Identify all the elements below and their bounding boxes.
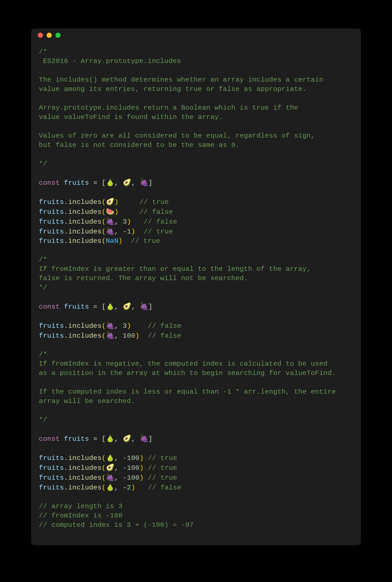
func-includes: includes [68,228,101,236]
comma: , [114,179,123,187]
bracket-open: [ [101,303,106,311]
paren-open: ( [101,484,106,492]
comma: , [114,332,123,340]
inline-comment: // false [148,332,181,340]
dot: . [64,198,68,206]
inline-comment: // true [148,464,177,472]
comma: , [114,464,123,472]
comma: , [114,484,123,492]
identifier-fruits: fruits [39,218,64,226]
identifier-fruits: fruits [39,198,64,206]
inline-comment: // false [144,218,177,226]
identifier-fruits: fruits [39,228,64,236]
func-includes: includes [68,484,101,492]
number-literal: -100 [123,464,140,472]
inline-comment: // true [140,198,169,206]
comma: , [131,435,140,443]
emoji-avocado: 🥑 [106,463,114,471]
inline-comment: // true [148,454,177,462]
paren-close: ) [118,237,122,245]
emoji-grapes: 🍇 [106,217,114,225]
paren-open: ( [101,208,106,216]
paren-close: ) [127,322,131,330]
identifier-fruits: fruits [64,435,89,443]
func-includes: includes [68,218,101,226]
func-includes: includes [68,208,101,216]
traffic-close-icon[interactable] [38,33,43,38]
comma: , [114,218,123,226]
bracket-close: ] [148,435,153,443]
code-window: /* ES2016 - Array.prototype.includes The… [31,29,361,545]
inline-comment: // true [144,228,173,236]
keyword-const: const [39,303,60,311]
bracket-open: [ [101,179,106,187]
emoji-grapes: 🍇 [140,178,148,186]
identifier-fruits: fruits [39,454,64,462]
block-comment: /* If fromIndex is greater than or equal… [39,256,311,292]
equals: = [89,303,101,311]
bracket-close: ] [148,303,153,311]
paren-close: ) [131,228,135,236]
inline-comment: // false [140,208,173,216]
emoji-pear: 🍐 [106,302,114,310]
comma: , [114,322,123,330]
dot: . [64,484,68,492]
comma: , [114,435,123,443]
emoji-avocado: 🥑 [123,178,131,186]
traffic-zoom-icon[interactable] [55,33,61,38]
dot: . [64,322,68,330]
paren-close: ) [135,332,140,340]
paren-open: ( [101,228,106,236]
traffic-minimize-icon[interactable] [47,33,52,38]
number-literal: -1 [123,228,131,236]
emoji-pear: 🍐 [106,483,114,491]
paren-close: ) [114,208,119,216]
identifier-fruits: fruits [39,237,64,245]
identifier-fruits: fruits [39,208,64,216]
comma: , [114,303,123,311]
emoji-grapes: 🍇 [106,331,114,339]
identifier-fruits: fruits [39,474,64,482]
dot: . [64,464,68,472]
paren-close: ) [140,474,144,482]
block-comment: /* If fromIndex is negative, the compute… [39,351,336,424]
dot: . [64,454,68,462]
emoji-avocado: 🥑 [106,197,114,205]
inline-comment: // false [148,322,181,330]
paren-open: ( [101,454,106,462]
func-includes: includes [68,474,101,482]
func-includes: includes [68,464,101,472]
comma: , [114,474,123,482]
emoji-grapes: 🍇 [106,321,114,329]
emoji-pear: 🍐 [106,434,114,442]
identifier-fruits: fruits [39,322,64,330]
comma: , [114,228,123,236]
comma: , [114,454,123,462]
dot: . [64,474,68,482]
emoji-watermelon: 🍉 [106,207,114,215]
equals: = [89,435,101,443]
comma: , [131,179,140,187]
func-includes: includes [68,454,101,462]
identifier-fruits: fruits [64,179,89,187]
paren-open: ( [101,474,106,482]
equals: = [89,179,101,187]
window-titlebar [31,29,361,42]
bracket-close: ] [148,179,153,187]
emoji-avocado: 🥑 [123,302,131,310]
dot: . [64,208,68,216]
nan-literal: NaN [106,237,118,245]
number-literal: -100 [123,454,140,462]
line-comment: // array length is 3 [39,502,122,510]
emoji-grapes: 🍇 [106,227,114,235]
line-comment: // fromIndex is -100 [39,512,122,520]
func-includes: includes [68,332,101,340]
inline-comment: // true [131,237,160,245]
paren-close: ) [114,198,119,206]
identifier-fruits: fruits [64,303,89,311]
line-comment: // computed index is 3 + (-100) = -97 [39,521,194,529]
emoji-grapes: 🍇 [106,473,114,481]
inline-comment: // true [148,474,177,482]
number-literal: 3 [123,218,127,226]
paren-open: ( [101,237,106,245]
